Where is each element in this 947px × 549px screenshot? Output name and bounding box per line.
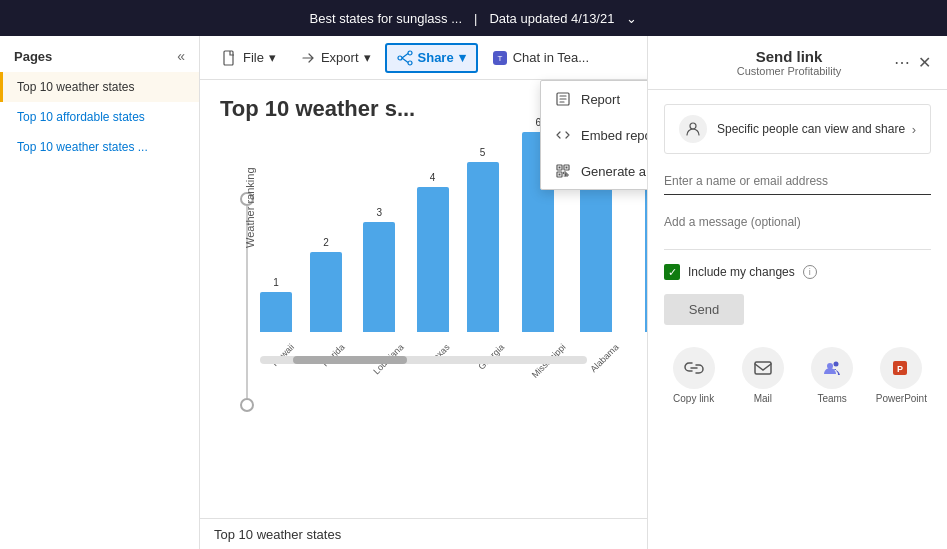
person-icon (685, 121, 701, 137)
bar-value-label: 1 (273, 277, 279, 288)
chart-scrollbar-thumb[interactable] (293, 356, 407, 364)
sidebar: Pages « Top 10 weather states Top 10 aff… (0, 36, 200, 549)
svg-point-15 (834, 362, 839, 367)
chart-scrollbar[interactable] (260, 356, 587, 364)
toolbar: File ▾ Export ▾ Share ▾ T Chat in Tea... (200, 36, 647, 80)
bar-value-label: 3 (376, 207, 382, 218)
svg-point-1 (408, 51, 412, 55)
top-bar-separator: | (474, 11, 477, 26)
sidebar-title: Pages (14, 49, 52, 64)
bar-group: 5 Georgia (467, 147, 499, 352)
share-dropdown-menu: Report Embed report › Ge (540, 80, 647, 190)
send-button[interactable]: Send (664, 294, 744, 325)
mail-button[interactable]: Mail (733, 347, 792, 404)
mail-icon (742, 347, 784, 389)
include-changes-row: ✓ Include my changes i (664, 264, 931, 280)
chart-y-label: Weather ranking (244, 167, 256, 248)
chat-button[interactable]: T Chat in Tea... (482, 45, 599, 71)
top-bar-chevron[interactable]: ⌄ (626, 11, 637, 26)
report-icon (555, 91, 571, 107)
include-changes-checkbox[interactable]: ✓ (664, 264, 680, 280)
main-layout: Pages « Top 10 weather states Top 10 aff… (0, 36, 947, 549)
file-button[interactable]: File ▾ (212, 45, 286, 71)
export-icon (300, 50, 316, 66)
svg-point-2 (408, 61, 412, 65)
export-button[interactable]: Export ▾ (290, 45, 381, 71)
top-bar: Best states for sunglass ... | Data upda… (0, 0, 947, 36)
svg-text:T: T (497, 54, 502, 63)
more-options-icon[interactable]: ⋯ (894, 53, 910, 72)
share-button[interactable]: Share ▾ (385, 43, 478, 73)
right-panel-subtitle: Customer Profitability (737, 65, 842, 77)
chart-bottom-title: Top 10 weather states (214, 527, 341, 542)
sidebar-collapse-button[interactable]: « (177, 48, 185, 64)
svg-rect-10 (559, 167, 561, 169)
right-panel-header-center: Send link Customer Profitability (737, 48, 842, 77)
qr-icon (555, 163, 571, 179)
dropdown-item-qr[interactable]: Generate a QR code (541, 153, 647, 189)
bar-value-label: 5 (480, 147, 486, 158)
message-input[interactable] (664, 209, 931, 250)
svg-rect-14 (755, 362, 771, 374)
bar (467, 162, 499, 332)
bar-group: 2 Florida (310, 237, 342, 352)
copy-link-button[interactable]: Copy link (664, 347, 723, 404)
powerpoint-icon: P (880, 347, 922, 389)
svg-rect-0 (224, 51, 233, 65)
top-bar-title: Best states for sunglass ... (310, 11, 462, 26)
top-bar-data-updated: Data updated 4/13/21 (489, 11, 614, 26)
svg-point-13 (690, 123, 696, 129)
bar-group: 4 Texas (417, 172, 449, 352)
right-panel-header: Send link Customer Profitability ⋯ ✕ (648, 36, 947, 90)
chart-bottom: Top 10 weather states (200, 518, 647, 549)
teams-icon: T (492, 50, 508, 66)
right-panel-icons: ⋯ ✕ (894, 53, 931, 72)
teams-share-icon (811, 347, 853, 389)
share-icons-row: Copy link Mail (664, 347, 931, 404)
file-icon (222, 50, 238, 66)
sidebar-item-top10-weather[interactable]: Top 10 weather states (0, 72, 199, 102)
bar (363, 222, 395, 332)
svg-rect-11 (566, 167, 568, 169)
embed-icon (555, 127, 571, 143)
bar (260, 292, 292, 332)
content-area: File ▾ Export ▾ Share ▾ T Chat in Tea...… (200, 36, 647, 549)
dropdown-item-report[interactable]: Report (541, 81, 647, 117)
right-panel-body: Specific people can view and share › ✓ I… (648, 90, 947, 549)
info-icon[interactable]: i (803, 265, 817, 279)
bar (310, 252, 342, 332)
slider-handle-bottom[interactable] (240, 398, 254, 412)
bar-value-label: 4 (430, 172, 436, 183)
bar-group: 3 Louisiana (360, 207, 399, 352)
share-icon (397, 50, 413, 66)
right-panel: Send link Customer Profitability ⋯ ✕ Spe… (647, 36, 947, 549)
close-icon[interactable]: ✕ (918, 53, 931, 72)
bar-group: 1 Hawaii (260, 277, 292, 352)
bar-x-label: Alabama (588, 342, 620, 374)
svg-text:P: P (897, 364, 903, 374)
specific-people-arrow-icon: › (912, 122, 916, 137)
people-icon (679, 115, 707, 143)
email-input[interactable] (664, 168, 931, 195)
teams-button[interactable]: Teams (803, 347, 862, 404)
dropdown-item-embed[interactable]: Embed report › (541, 117, 647, 153)
powerpoint-button[interactable]: P PowerPoint (872, 347, 931, 404)
bar (417, 187, 449, 332)
bar-value-label: 2 (323, 237, 329, 248)
svg-point-3 (398, 56, 402, 60)
right-panel-title: Send link (756, 48, 823, 65)
svg-rect-12 (559, 174, 561, 176)
sidebar-header: Pages « (0, 36, 199, 72)
sidebar-item-top10-affordable[interactable]: Top 10 affordable states (0, 102, 199, 132)
sidebar-item-top10-weather2[interactable]: Top 10 weather states ... (0, 132, 199, 162)
specific-people-row[interactable]: Specific people can view and share › (664, 104, 931, 154)
copy-link-icon (673, 347, 715, 389)
